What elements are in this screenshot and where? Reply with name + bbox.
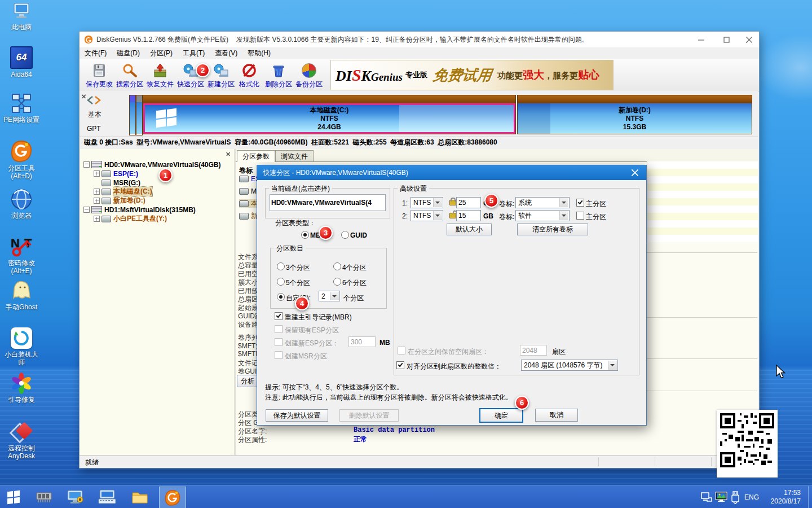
taskbar-ram-tool[interactable] (33, 486, 55, 508)
radio-5-partitions[interactable] (277, 278, 285, 286)
tray-usb-icon[interactable] (730, 486, 741, 508)
desktop-icon-manual-ghost[interactable]: 手动Ghost (1, 280, 42, 311)
dialog-close-icon[interactable] (632, 169, 638, 176)
toolbar-format-button[interactable]: 格式化 (236, 60, 262, 90)
tab-partition-params[interactable]: 分区参数 (237, 150, 275, 162)
tree-item-hd1[interactable]: HD1:MsftVirtualDisk(315MB) (83, 205, 196, 214)
toolbar-backup-partition-button[interactable]: 备份分区 (294, 60, 324, 90)
row2-fs-select[interactable]: NTFS (411, 210, 443, 221)
toolbar-search-partition-button[interactable]: 搜索分区 (114, 60, 145, 90)
desktop-icon-anydesk[interactable]: 远程控制 AnyDesk (1, 420, 42, 460)
taskbar-screen-tool[interactable] (64, 486, 87, 508)
menu-item-help[interactable]: 帮助(H) (242, 49, 276, 58)
row1-vol-select[interactable]: 系统 (515, 197, 570, 208)
save-default-button[interactable]: 保存为默认设置 (266, 409, 328, 422)
row1-size-input[interactable] (456, 197, 481, 208)
lock-closed-icon[interactable] (449, 200, 456, 205)
tree-item-d[interactable]: 新加卷(D:) (94, 196, 145, 205)
menu-item-disk[interactable]: 磁盘(D) (112, 49, 145, 58)
tab-browse-files[interactable]: 浏览文件 (275, 150, 314, 162)
tray-clock[interactable]: 17:53 2020/8/17 (761, 486, 804, 508)
desktop-icon-boot-repair[interactable]: 引导修复 (1, 373, 42, 404)
start-button[interactable] (0, 486, 27, 508)
row1-primary-checkbox[interactable] (576, 199, 584, 207)
hdd-icon (102, 170, 111, 177)
panel-close-icon[interactable] (82, 94, 86, 99)
tree-item-msr[interactable]: MSR(G:) (102, 178, 140, 187)
menu-item-tools[interactable]: 工具(T) (178, 49, 210, 58)
tree-item-c[interactable]: 本地磁盘(C:) (94, 187, 152, 196)
desktop-icon-pe-network[interactable]: PE网络设置 (1, 93, 42, 124)
desktop-icon-partition-tool[interactable]: 分区工具 (Alt+D) (1, 140, 42, 180)
desktop-icon-xiaobai-installer[interactable]: 小白装机大 师 (1, 327, 42, 366)
minimize-button[interactable] (689, 32, 714, 47)
radio-4-partitions[interactable] (333, 262, 341, 270)
checkbox-new-esp[interactable] (275, 338, 283, 346)
maximize-button[interactable] (714, 32, 739, 47)
tree-item-y[interactable]: 小白PE工具盘(Y:) (94, 214, 167, 223)
taskbar-file-explorer[interactable] (129, 486, 151, 508)
tree-item-hd0[interactable]: HD0:VMware,VMwareVirtualS(40GB) (83, 160, 221, 169)
row2-primary-checkbox[interactable] (576, 212, 584, 220)
checkbox-keep-gap[interactable] (398, 347, 405, 354)
desktop-icon-browser[interactable]: 浏览器 (1, 189, 42, 220)
default-size-button[interactable]: 默认大小 (447, 224, 492, 235)
partition-esp-bar[interactable] (129, 95, 136, 135)
cancel-button[interactable]: 取消 (535, 409, 578, 422)
tray-network-icon[interactable] (699, 486, 714, 508)
show-desktop-button[interactable] (808, 486, 812, 508)
expand-icon[interactable] (94, 216, 100, 222)
row1-fs-select[interactable]: NTFS (411, 197, 443, 208)
partition-c-box[interactable]: 本地磁盘(C:)NTFS24.4GB (143, 95, 516, 134)
collapse-icon[interactable] (83, 161, 90, 168)
clear-labels-button[interactable]: 清空所有卷标 (517, 224, 588, 235)
partition-d-box[interactable]: 新加卷(D:)NTFS15.3GB (517, 95, 752, 134)
taskbar-keyboard-tool[interactable] (96, 486, 118, 508)
close-button[interactable] (739, 32, 759, 47)
checkbox-create-msr[interactable] (275, 351, 283, 359)
partition-msr-bar[interactable] (136, 95, 143, 135)
row2-size-input[interactable] (456, 210, 481, 221)
custom-count-select[interactable]: 2 (319, 291, 340, 301)
radio-mbr[interactable] (301, 231, 309, 239)
collapse-icon[interactable] (83, 207, 90, 213)
checkbox-align[interactable] (396, 361, 404, 369)
ok-button[interactable]: 确定 (479, 408, 523, 423)
desktop-icon-this-pc[interactable]: 此电脑 (1, 2, 42, 31)
lock-open-icon[interactable] (449, 213, 456, 218)
tray-display-icon[interactable] (714, 486, 730, 508)
menu-item-file[interactable]: 文件(F) (80, 49, 112, 58)
current-disk-box[interactable]: HD0:VMware,VMwareVirtualS(4 (270, 194, 386, 211)
row2-vol-select[interactable]: 软件 (515, 210, 570, 221)
toolbar-recover-files-button[interactable]: 恢复文件 (145, 60, 175, 90)
toolbar-new-partition-button[interactable]: 新建分区 (206, 60, 236, 90)
toolbar-delete-partition-button[interactable]: 删除分区 (263, 60, 294, 90)
desktop-icon-aida64[interactable]: 64 Aida64 (1, 46, 42, 78)
expand-icon[interactable] (94, 189, 100, 195)
radio-3-partitions[interactable] (277, 262, 285, 270)
expand-icon[interactable] (94, 170, 100, 177)
status-bar: 就绪 (80, 456, 758, 467)
radio-custom[interactable] (277, 293, 285, 301)
expand-icon[interactable] (94, 198, 100, 204)
tree-panel-close-icon[interactable] (226, 152, 231, 156)
align-select[interactable]: 2048 扇区 (1048576 字节) (521, 360, 618, 371)
gap-sectors-input[interactable] (520, 345, 547, 356)
radio-guid[interactable] (341, 231, 349, 239)
current-disk-group-label: 当前磁盘(点击选择) (269, 184, 332, 194)
tree-item-esp[interactable]: ESP(E:) (94, 169, 138, 178)
checkbox-keep-esp[interactable] (275, 325, 283, 333)
radio-6-partitions[interactable] (333, 278, 341, 286)
menu-item-partition[interactable]: 分区(P) (145, 49, 178, 58)
nav-forward-icon[interactable] (94, 96, 102, 104)
taskbar-diskgenius-active[interactable] (159, 487, 186, 508)
promo-banner[interactable]: DISKGenius 专业版 免费试用 功能更强大，服务更贴心 (330, 60, 614, 90)
checkbox-rebuild-mbr[interactable] (275, 312, 283, 320)
status-divider (598, 457, 599, 466)
esp-size-input[interactable] (348, 336, 376, 347)
menu-item-view[interactable]: 查看(V) (210, 49, 242, 58)
desktop-icon-password-reset[interactable]: NT 密码修改 (Alt+E) (1, 235, 42, 275)
tray-language[interactable]: ENG (742, 486, 761, 508)
toolbar-save-button[interactable]: 保存更改 (84, 60, 114, 90)
nav-back-icon[interactable] (86, 96, 94, 104)
